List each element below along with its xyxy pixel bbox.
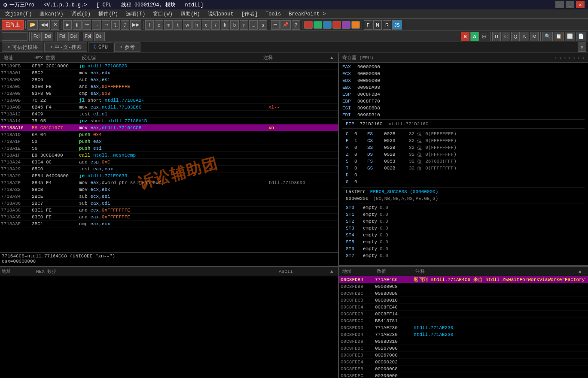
stack-row-2[interactable]: 00C8FDBC 0098D8D8 [339,290,588,297]
asm-row-24[interactable]: 7718A3E 3BC1 cmp eax,ecx [0,221,338,227]
toolbar-pause[interactable]: ⏸ [73,20,82,30]
reg-eax-val[interactable]: 00000000 [357,64,396,70]
reg-ebp-val[interactable]: 00C8FF70 [357,99,396,104]
stack-row-0[interactable]: 00C8FDB4 771AE4C6 返回到 ntdll.771AE4C6 来自 … [339,276,588,283]
toolbar-a5[interactable] [342,21,350,29]
toolbar-b[interactable]: b [230,20,239,30]
asm-row-18[interactable]: 7718A2F 8B45 F4 mov eax,dword ptr ss:[eb… [0,179,338,186]
toolbar-close[interactable]: ✕ [51,20,59,30]
t2-n[interactable]: N [521,32,529,41]
asm-row-17[interactable]: 7718A29 0F84 040C0600 je ntdll.771E9633 [0,172,338,179]
flag-o-bit[interactable]: 0 [354,179,361,184]
stack-row-4[interactable]: 00C8FDC4 00C8FE48 [339,304,588,311]
stack-row-14[interactable]: 00C8FDEC 00300000 [339,372,588,378]
stop-button[interactable]: 已终止 [2,20,24,30]
stack-row-8[interactable]: 00C8FDD4 771AE230 ntdll.771AE230 [339,331,588,338]
menu-window[interactable]: 窗口(W) [149,9,176,18]
toolbar-run[interactable]: ▶ [63,20,72,30]
flag-p-bit[interactable]: 1 [354,138,361,143]
toolbar-a2[interactable] [314,21,322,29]
asm-row-23[interactable]: 7718A3B 83E0 FE and eax,0xFFFFFFFE [0,214,338,221]
tab-cpu[interactable]: C CPU [88,42,113,52]
reg-edi-val[interactable]: 0098D310 [357,112,396,118]
t2-fol2[interactable]: Fol [57,32,67,41]
toolbar-trace-in[interactable]: ⤵ [111,20,120,30]
stack-row-6[interactable]: 00C8FDCC BB413781 [339,318,588,324]
toolbar-e[interactable]: e [155,20,163,30]
disasm-scroll-up[interactable]: ▲ [330,55,336,60]
asm-row-3[interactable]: 7718A03 2BC6 sub eax,esi [0,76,338,83]
stack-row-12[interactable]: 00C8FDE4 00000202 [339,359,588,366]
toolbar-slash[interactable]: / [211,20,220,30]
flag-d-bit[interactable]: 0 [354,172,361,178]
toolbar-step-over[interactable]: → [92,20,101,30]
reg-nav-5[interactable]: ‹ [573,55,576,60]
t2-fol1[interactable]: Fol [31,32,42,41]
t2-del1[interactable]: Del [43,32,53,41]
menu-plugin[interactable]: 插件(P) [95,9,122,18]
flag-a-bit[interactable]: 0 [354,145,361,150]
t2-c[interactable]: C [502,32,510,41]
toolbar-r2[interactable]: R [383,20,391,30]
menu-about[interactable]: 说明about [204,9,237,18]
asm-row-22[interactable]: 7718A38 83E1 FE and ecx,0xFFFFFFFE [0,207,338,214]
menu-debug[interactable]: 调试(D) [68,9,94,18]
minimize-button[interactable]: ─ [555,1,564,8]
menu-file[interactable]: 文jian(F) [2,9,35,18]
asm-row-19[interactable]: 7718A32 8BCB mov ecx,ebx [0,186,338,193]
asm-row-12[interactable]: 7718A1F 50 push eax [0,138,338,145]
mem-body[interactable] [0,276,338,378]
toolbar-js[interactable]: JS [392,20,402,30]
stack-row-3[interactable]: 00C8FDC0 00000010 [339,297,588,304]
flag-s-bit[interactable]: 0 [354,159,361,164]
toolbar-trace-out[interactable]: ⤴ [121,20,129,30]
asm-row-1[interactable]: 77189FB 0F8F 2C010000 jg ntdll.77188B2D [0,63,338,70]
t2-del3[interactable]: Del [94,32,105,41]
t2-m[interactable]: M [530,32,539,41]
stack-body[interactable]: 00C8FDB4 771AE4C6 返回到 ntdll.771AE4C6 来自 … [339,276,588,378]
toolbar-n[interactable]: N [373,20,382,30]
asm-row-4[interactable]: 7718A05 83E0 FE and eax,0xFFFFFFFE [0,83,338,90]
t2-icon4[interactable]: 📄 [576,32,586,41]
menu-help[interactable]: 帮助(H) [177,9,204,18]
reg-ecx-val[interactable]: 00000000 [357,71,396,76]
toolbar-c[interactable]: c [202,20,210,30]
asm-row-8[interactable]: 7718A12 84C9 test cl,cl [0,111,338,118]
reg-nav-6[interactable]: ‹ [577,55,580,60]
reg-ebx-val[interactable]: 0098DA98 [357,85,396,90]
t2-icon3[interactable]: ⬜ [565,32,575,41]
close-button[interactable]: ✕ [576,1,585,8]
tab-close[interactable]: ✕ [578,42,586,52]
stack-row-13[interactable]: 00C8FDE8 000000C8 [339,366,588,372]
reg-edx-val[interactable]: 00000000 [357,78,396,83]
menu-breakpoint[interactable]: BreakPoint-> [285,10,329,18]
t2-q[interactable]: Q [511,32,520,41]
toolbar-list[interactable]: ☰ [271,20,280,30]
t2-a[interactable]: A [470,32,479,41]
asm-row-13[interactable]: 7718A1E 56 push esi [0,145,338,152]
toolbar-pin[interactable]: 📌 [280,20,291,30]
asm-row-6[interactable]: 7718A0B 7C 22 jl short ntdll.77188A2F [0,97,338,104]
toolbar-r[interactable]: r [240,20,248,30]
t2-fol3[interactable]: Fol [83,32,93,41]
toolbar-a1[interactable] [304,21,313,29]
stack-row-11[interactable]: 00C8FDE0 00267000 [339,352,588,359]
eip-val[interactable]: 771D216C [360,121,382,127]
asm-row-7[interactable]: 7718A0D 8B45 F4 mov eax,ntdll.77183E6C x… [0,104,338,111]
toolbar-s[interactable]: s [259,20,267,30]
toolbar-open[interactable]: 📂 [27,20,38,30]
toolbar-dots[interactable]: ... [249,20,258,30]
t2-icon1[interactable]: 🔍 [542,32,553,41]
flag-t-bit[interactable]: 0 [354,166,361,171]
asm-row-14[interactable]: 7718A1F E8 3CCB0400 call ntdll._wcsnicmp [0,152,338,159]
mem-scroll-up[interactable]: ▲ [330,269,336,274]
t2-s[interactable]: S [461,32,469,41]
tab-search[interactable]: ▪ 中-文-搜索 [44,42,87,52]
disasm-area[interactable]: 77189FB 0F8F 2C010000 jg ntdll.77188B2D … [0,63,338,252]
reg-esp-val[interactable]: 00C8FDB4 [357,92,396,97]
reg-nav-1[interactable]: ‹ [554,55,558,60]
t2-pi[interactable]: Π [492,32,501,41]
toolbar-h[interactable]: h [192,20,201,30]
menu-tools[interactable]: Tools [262,10,284,18]
asm-row-21[interactable]: 7718A36 2BC7 sub eax,edi [0,200,338,207]
